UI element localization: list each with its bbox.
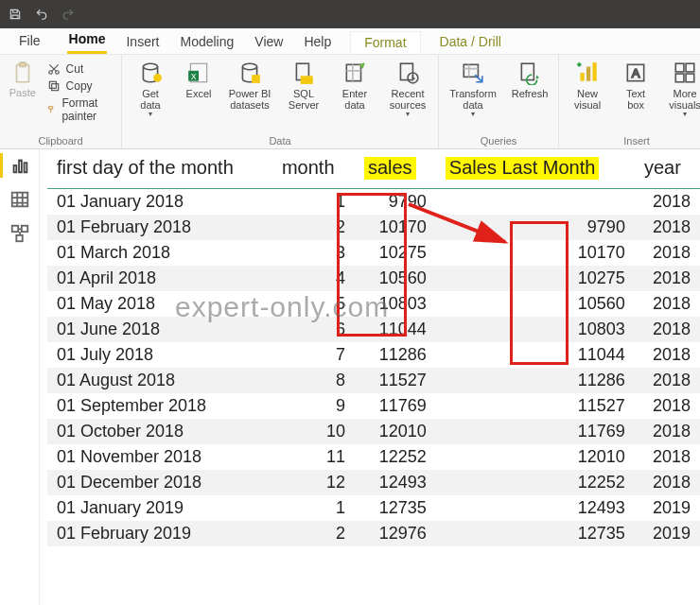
ribbon-group-queries: Transform data ▾ Refresh Queries: [439, 55, 559, 148]
cell-last-month: 11527: [436, 393, 635, 419]
cut-icon: [47, 62, 61, 76]
more-visuals-button[interactable]: More visuals ▾: [663, 59, 700, 117]
save-icon[interactable]: [8, 7, 23, 22]
report-view-icon[interactable]: [9, 155, 30, 176]
tab-home[interactable]: Home: [67, 27, 108, 54]
col-header-last-month[interactable]: Sales Last Month: [436, 151, 635, 189]
data-canvas: first day of the month month sales Sales…: [47, 151, 700, 605]
col-header-sales[interactable]: sales: [355, 151, 436, 189]
svg-rect-1: [20, 62, 26, 66]
table-row[interactable]: 01 September 2018911769115272018: [47, 393, 700, 419]
tab-file[interactable]: File: [9, 29, 50, 54]
cell-year: 2018: [635, 240, 700, 266]
excel-icon: X: [184, 59, 213, 87]
tab-data-drill[interactable]: Data / Drill: [438, 30, 503, 54]
cell-year: 2018: [635, 342, 700, 368]
table-row[interactable]: 01 October 20181012010117692018: [47, 419, 700, 444]
model-view-icon[interactable]: [9, 223, 30, 244]
svg-rect-35: [21, 226, 26, 232]
cell-month: 2: [272, 521, 355, 546]
cell-last-month: 11769: [436, 419, 635, 444]
transform-data-label: Transform data: [449, 88, 497, 111]
pbi-datasets-button[interactable]: Power BI datasets: [226, 59, 273, 111]
table-row[interactable]: 01 January 2018197902018: [47, 189, 700, 216]
svg-rect-26: [686, 63, 694, 72]
svg-point-7: [153, 74, 162, 82]
enter-data-icon: [341, 59, 369, 87]
cell-month: 9: [272, 393, 355, 419]
table-row[interactable]: 01 May 2018510803105602018: [47, 291, 700, 317]
table-row[interactable]: 01 July 2018711286110442018: [47, 342, 700, 368]
recent-sources-button[interactable]: Recent sources ▾: [385, 59, 430, 117]
cell-year: 2018: [635, 189, 700, 216]
col-header-day[interactable]: first day of the month: [47, 151, 272, 189]
format-painter-button[interactable]: Format painter: [47, 96, 114, 123]
table-row[interactable]: 01 December 20181212493122522018: [47, 470, 700, 495]
title-bar: [0, 0, 700, 28]
cell-last-month: 9790: [436, 215, 635, 240]
table-row[interactable]: 01 November 20181112252120102018: [47, 444, 700, 470]
svg-text:A: A: [632, 66, 640, 80]
data-view-icon[interactable]: [9, 189, 30, 210]
cell-last-month: 10275: [436, 266, 635, 291]
col-header-month[interactable]: month: [272, 151, 355, 189]
cell-day: 01 November 2018: [47, 444, 272, 470]
cell-last-month: 12735: [436, 521, 635, 546]
format-painter-icon: [47, 103, 57, 116]
table-row[interactable]: 01 January 2019112735124932019: [47, 495, 700, 521]
text-box-button[interactable]: A Text box: [618, 59, 654, 111]
cell-last-month: 12493: [436, 495, 635, 521]
cell-month: 1: [272, 495, 355, 521]
tab-format[interactable]: Format: [350, 31, 420, 54]
insert-group-label: Insert: [623, 135, 650, 147]
get-data-button[interactable]: Get data ▾: [130, 59, 171, 117]
excel-button[interactable]: X Excel: [181, 59, 217, 99]
svg-rect-16: [400, 63, 412, 79]
cell-year: 2018: [635, 444, 700, 470]
ribbon-tabs: File Home Insert Modeling View Help Form…: [0, 28, 700, 55]
svg-rect-27: [675, 74, 684, 82]
get-data-label: Get data: [140, 88, 160, 111]
cell-day: 01 February 2019: [47, 521, 272, 546]
undo-icon[interactable]: [34, 7, 49, 22]
tab-modeling[interactable]: Modeling: [178, 30, 236, 54]
get-data-icon: [136, 59, 165, 87]
cell-year: 2018: [635, 215, 700, 240]
ribbon: Paste Cut Copy Format painter Clipboard: [0, 55, 700, 149]
cut-button[interactable]: Cut: [47, 62, 114, 76]
paste-button[interactable]: Paste: [8, 59, 38, 98]
redo-icon: [61, 7, 76, 22]
cell-month: 2: [272, 215, 355, 240]
table-row[interactable]: 01 February 2019212976127352019: [47, 521, 700, 546]
cell-sales: 10560: [355, 266, 436, 291]
copy-label: Copy: [66, 79, 93, 93]
svg-rect-22: [592, 62, 596, 81]
svg-rect-33: [11, 193, 27, 207]
new-visual-button[interactable]: New visual: [567, 59, 608, 111]
copy-button[interactable]: Copy: [47, 79, 114, 93]
table-row[interactable]: 01 June 2018611044108032018: [47, 317, 700, 342]
tab-view[interactable]: View: [253, 30, 285, 54]
table-row[interactable]: 01 August 2018811527112862018: [47, 368, 700, 393]
refresh-button[interactable]: Refresh: [509, 59, 551, 99]
sql-server-button[interactable]: SQL Server: [283, 59, 324, 111]
col-header-year[interactable]: year: [635, 151, 700, 189]
copy-icon: [47, 79, 61, 93]
cell-sales: 10275: [355, 240, 436, 266]
chevron-down-icon: ▾: [149, 112, 152, 117]
cell-day: 01 December 2018: [47, 470, 272, 495]
table-row[interactable]: 01 March 2018310275101702018: [47, 240, 700, 266]
tab-insert[interactable]: Insert: [124, 30, 161, 54]
pbi-datasets-label: Power BI datasets: [229, 88, 271, 111]
cell-last-month: 10803: [436, 317, 635, 342]
table-row[interactable]: 01 April 2018410560102752018: [47, 266, 700, 291]
tab-help[interactable]: Help: [302, 30, 333, 54]
cell-sales: 12252: [355, 444, 436, 470]
transform-data-button[interactable]: Transform data ▾: [446, 59, 499, 117]
table-row[interactable]: 01 February 201821017097902018: [47, 215, 700, 240]
svg-rect-12: [252, 75, 260, 83]
format-painter-label: Format painter: [61, 96, 114, 123]
cell-month: 12: [272, 470, 355, 495]
cell-year: 2019: [635, 495, 700, 521]
enter-data-button[interactable]: Enter data: [334, 59, 376, 111]
